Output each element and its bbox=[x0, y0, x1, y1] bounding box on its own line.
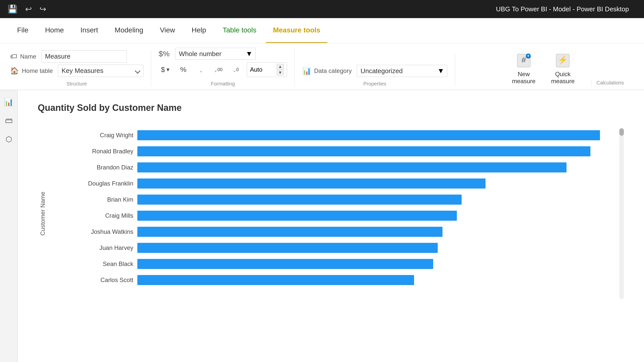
bar-row: Ronald Bradley bbox=[53, 144, 614, 158]
structure-group: 🏷 Name 🏠 Home table Key Measures Structu… bbox=[10, 50, 151, 87]
comma-btn[interactable]: , bbox=[194, 63, 208, 76]
chart-area: Quantity Sold by Customer Name Customer … bbox=[18, 90, 644, 314]
bar-row: Juan Harvey bbox=[53, 241, 614, 255]
bar-label: Carlos Scott bbox=[53, 277, 133, 284]
bar-track bbox=[137, 130, 614, 140]
menu-view[interactable]: View bbox=[153, 18, 182, 43]
svg-text:⚡: ⚡ bbox=[558, 55, 568, 65]
menu-home[interactable]: Home bbox=[38, 18, 71, 43]
chart-title: Quantity Sold by Customer Name bbox=[38, 103, 624, 113]
new-measure-btn[interactable]: # + Newmeasure bbox=[508, 51, 539, 87]
bar-label: Joshua Watkins bbox=[53, 228, 133, 235]
bar-label: Juan Harvey bbox=[53, 244, 133, 251]
title-bar: 💾 ↩ ↪ UBG To Power BI - Model - Power BI… bbox=[0, 0, 644, 18]
spinner-up[interactable]: ▲ bbox=[277, 64, 284, 69]
bars-container: Craig WrightRonald BradleyBrandon DiazDo… bbox=[53, 126, 614, 302]
decimal-decrease-btn[interactable]: ,.00 bbox=[212, 63, 226, 76]
main-content: Quantity Sold by Customer Name Customer … bbox=[18, 90, 644, 362]
menu-measuretools[interactable]: Measure tools bbox=[266, 18, 327, 43]
bar-label: Douglas Franklin bbox=[53, 180, 133, 187]
bar-chart: Customer Name Craig WrightRonald Bradley… bbox=[38, 126, 624, 302]
format-icon: $% bbox=[159, 50, 170, 58]
auto-input[interactable]: Auto ▲ ▼ bbox=[247, 62, 287, 77]
bar-label: Sean Black bbox=[53, 260, 133, 267]
menu-bar: File Home Insert Modeling View Help Tabl… bbox=[0, 18, 644, 43]
new-measure-label: Newmeasure bbox=[512, 71, 535, 85]
title-text: UBG To Power BI - Model - Power BI Deskt… bbox=[496, 5, 629, 13]
bar-fill bbox=[137, 211, 457, 221]
format-type-select[interactable]: Whole number Decimal number Currency Per… bbox=[175, 48, 256, 60]
bar-label: Craig Mills bbox=[53, 212, 133, 219]
bar-row: Joshua Watkins bbox=[53, 225, 614, 239]
bar-fill bbox=[137, 275, 414, 285]
bar-fill bbox=[137, 146, 590, 156]
bar-label: Ronald Bradley bbox=[53, 148, 133, 155]
bar-row: Carlos Scott bbox=[53, 273, 614, 287]
calculations-group-label: Calculations bbox=[596, 80, 624, 86]
bar-fill bbox=[137, 227, 442, 237]
redo-icon[interactable]: ↪ bbox=[39, 4, 46, 14]
bar-row: Brian Kim bbox=[53, 193, 614, 207]
menu-file[interactable]: File bbox=[10, 18, 35, 43]
bar-row: Craig Wright bbox=[53, 128, 614, 142]
menu-tabletools[interactable]: Table tools bbox=[216, 18, 263, 43]
name-input[interactable] bbox=[41, 50, 127, 63]
name-label: 🏷 Name bbox=[10, 52, 36, 61]
ribbon: 🏷 Name 🏠 Home table Key Measures Structu… bbox=[0, 43, 644, 90]
bar-track bbox=[137, 259, 614, 269]
left-sidebar: 📊 🗃 ⬡ bbox=[0, 90, 18, 362]
menu-insert[interactable]: Insert bbox=[73, 18, 105, 43]
bar-label: Brian Kim bbox=[53, 196, 133, 203]
bar-fill bbox=[137, 130, 600, 140]
bar-fill bbox=[137, 259, 433, 269]
quick-measure-label: Quickmeasure bbox=[551, 71, 575, 85]
data-category-label: 📊 Data category bbox=[302, 67, 352, 75]
y-axis-label: Customer Name bbox=[38, 126, 48, 302]
save-icon[interactable]: 💾 bbox=[8, 4, 18, 14]
decimal-increase-btn[interactable]: ,.0 bbox=[229, 63, 243, 76]
bar-track bbox=[137, 146, 614, 156]
calculations-group: # + Newmeasure ⚡ Quickmeasure Calculatio… bbox=[498, 51, 634, 87]
bar-label: Brandon Diaz bbox=[53, 164, 133, 171]
percent-btn[interactable]: % bbox=[176, 63, 190, 76]
svg-text:#: # bbox=[521, 55, 526, 64]
bar-track bbox=[137, 243, 614, 253]
bar-row: Sean Black bbox=[53, 257, 614, 271]
bar-row: Craig Mills bbox=[53, 209, 614, 223]
menu-modeling[interactable]: Modeling bbox=[108, 18, 150, 43]
svg-text:+: + bbox=[527, 53, 530, 58]
currency-btn[interactable]: $▼ bbox=[159, 63, 173, 76]
bar-track bbox=[137, 178, 614, 189]
bar-fill bbox=[137, 195, 462, 205]
bar-track bbox=[137, 275, 614, 285]
sidebar-report-icon[interactable]: 📊 bbox=[2, 95, 16, 109]
properties-group: 📊 Data category Uncategorized ▼ Properti… bbox=[295, 54, 455, 87]
quick-measure-icon: ⚡ bbox=[555, 53, 571, 69]
bar-track bbox=[137, 211, 614, 221]
bar-track bbox=[137, 227, 614, 237]
data-category-select[interactable]: Uncategorized bbox=[357, 65, 447, 77]
bar-track bbox=[137, 162, 614, 172]
bar-track bbox=[137, 195, 614, 205]
bar-fill bbox=[137, 162, 567, 172]
sidebar-model-icon[interactable]: ⬡ bbox=[2, 132, 16, 146]
undo-icon[interactable]: ↩ bbox=[25, 4, 32, 14]
home-table-label: 🏠 Home table bbox=[10, 67, 53, 75]
bar-row: Douglas Franklin bbox=[53, 176, 614, 191]
home-table-dropdown[interactable]: Key Measures bbox=[58, 65, 143, 77]
properties-label: Properties bbox=[363, 81, 386, 87]
new-measure-icon: # + bbox=[516, 53, 532, 69]
formatting-group: $% Whole number Decimal number Currency … bbox=[151, 48, 295, 87]
structure-label: Structure bbox=[66, 81, 87, 87]
sidebar-data-icon[interactable]: 🗃 bbox=[2, 114, 16, 127]
bar-fill bbox=[137, 243, 438, 253]
bar-label: Craig Wright bbox=[53, 132, 133, 139]
chart-scrollbar[interactable] bbox=[619, 128, 624, 299]
bar-row: Brandon Diaz bbox=[53, 160, 614, 174]
spinner-down[interactable]: ▼ bbox=[277, 70, 284, 75]
menu-help[interactable]: Help bbox=[185, 18, 213, 43]
scrollbar-thumb[interactable] bbox=[619, 128, 624, 136]
quick-measure-btn[interactable]: ⚡ Quickmeasure bbox=[547, 51, 579, 87]
formatting-label: Formatting bbox=[211, 81, 235, 87]
bar-fill bbox=[137, 178, 486, 189]
